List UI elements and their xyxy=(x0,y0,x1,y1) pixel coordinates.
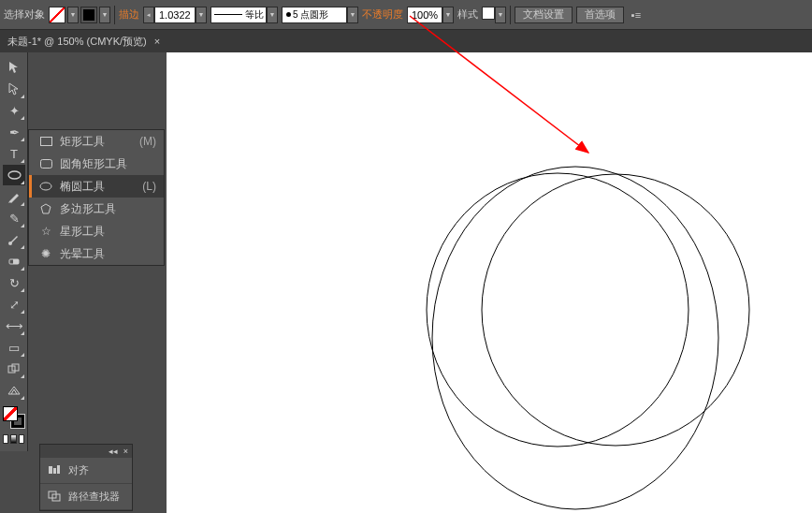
svg-marker-9 xyxy=(41,204,51,213)
flyout-label: 星形工具 xyxy=(60,224,105,240)
panel-close-icon[interactable]: × xyxy=(123,447,128,456)
paintbrush-tool[interactable] xyxy=(3,186,25,207)
tools-panel: ✦ ✒ T ✎ ↻ ⤢ ⟷ ▭ xyxy=(0,52,28,451)
opacity-field[interactable]: 100% ▼ xyxy=(407,7,454,23)
polygon-icon xyxy=(39,203,52,214)
fill-stroke-swatches[interactable]: ▼ ▼ xyxy=(49,7,110,23)
svg-point-8 xyxy=(40,183,51,190)
shape-builder-tool[interactable] xyxy=(3,359,25,379)
align-label: 对齐 xyxy=(68,463,89,477)
blob-brush-tool[interactable] xyxy=(3,229,25,250)
rotate-tool[interactable]: ↻ xyxy=(3,272,25,293)
svg-point-12 xyxy=(482,174,749,446)
color-mode-solid[interactable] xyxy=(3,434,8,444)
brush-preview: 5 点圆形 xyxy=(282,7,347,23)
document-setup-button[interactable]: 文档设置 xyxy=(515,7,573,23)
stepper-down[interactable]: ◂ xyxy=(143,7,154,23)
rectangle-tool-item[interactable]: 矩形工具 (M) xyxy=(29,130,164,153)
ellipse-icon xyxy=(39,182,52,191)
flare-icon: ✺ xyxy=(39,247,52,260)
select-target-label: 选择对象 xyxy=(4,7,45,22)
ellipse-tool-item[interactable]: 椭圆工具 (L) xyxy=(29,175,164,198)
pathfinder-label: 路径查找器 xyxy=(68,490,120,504)
fill-stroke-toggle[interactable] xyxy=(3,406,25,429)
preferences-button[interactable]: 首选项 xyxy=(576,7,624,23)
stroke-swatch[interactable] xyxy=(80,7,97,23)
eraser-tool[interactable] xyxy=(3,251,25,271)
selection-tool[interactable] xyxy=(3,57,25,78)
flyout-label: 多边形工具 xyxy=(60,201,116,217)
brush-select[interactable]: 5 点圆形 ▼ xyxy=(282,7,358,23)
opacity-dropdown[interactable]: ▼ xyxy=(442,7,454,23)
flyout-label: 光晕工具 xyxy=(60,246,105,262)
stroke-weight-input[interactable]: 1.0322 xyxy=(154,7,196,23)
brush-dot-icon xyxy=(286,12,291,17)
pathfinder-panel-tab[interactable]: 路径查找器 xyxy=(40,484,132,510)
polygon-tool-item[interactable]: 多边形工具 xyxy=(29,198,164,220)
svg-rect-17 xyxy=(57,465,60,474)
panel-collapse-icon[interactable]: ◂◂ xyxy=(109,447,118,456)
svg-point-1 xyxy=(8,242,12,245)
stroke-label[interactable]: 描边 xyxy=(119,7,139,22)
rounded-rectangle-tool-item[interactable]: 圆角矩形工具 xyxy=(29,153,164,175)
style-swatch[interactable] xyxy=(482,7,495,20)
pen-tool[interactable]: ✒ xyxy=(3,122,25,142)
magic-wand-tool[interactable]: ✦ xyxy=(3,100,25,121)
style-label: 样式 xyxy=(457,7,478,22)
stroke-preview: 等比 xyxy=(210,7,267,23)
stroke-dash-select[interactable]: 等比 ▼ xyxy=(210,7,278,23)
width-tool[interactable]: ⟷ xyxy=(3,315,25,336)
canvas-area xyxy=(165,52,812,513)
svg-point-10 xyxy=(432,167,718,509)
style-select[interactable]: ▼ xyxy=(482,7,506,23)
color-mode-gradient[interactable] xyxy=(10,434,16,444)
scale-tool[interactable]: ⤢ xyxy=(3,294,25,315)
fill-color[interactable] xyxy=(3,406,18,421)
opacity-input[interactable]: 100% xyxy=(407,7,442,23)
flare-tool-item[interactable]: ✺ 光晕工具 xyxy=(29,242,164,265)
svg-rect-3 xyxy=(13,259,19,264)
svg-rect-7 xyxy=(40,160,51,169)
top-control-bar: 选择对象 ▼ ▼ 描边 ◂ 1.0322 ▼ 等比 ▼ 5 点圆形 ▼ 不透明度… xyxy=(0,0,812,30)
menu-icon[interactable]: ▪≡ xyxy=(628,7,645,23)
style-dropdown[interactable]: ▼ xyxy=(495,7,506,23)
star-icon: ☆ xyxy=(39,225,52,238)
stroke-weight-stepper[interactable]: ◂ 1.0322 ▼ xyxy=(143,7,207,23)
svg-rect-15 xyxy=(49,466,52,474)
align-icon xyxy=(48,464,61,477)
stroke-dash-dropdown[interactable]: ▼ xyxy=(267,7,278,23)
flyout-label: 矩形工具 xyxy=(60,134,105,150)
fill-none-swatch[interactable] xyxy=(49,7,65,23)
align-panel-tab[interactable]: 对齐 xyxy=(40,458,132,484)
align-pathfinder-panel: ◂◂ × 对齐 路径查找器 xyxy=(39,444,133,511)
type-tool[interactable]: T xyxy=(3,143,25,164)
direct-selection-tool[interactable] xyxy=(3,79,25,99)
artwork-svg xyxy=(167,52,812,513)
color-mode-none[interactable] xyxy=(19,434,24,444)
close-tab-icon[interactable]: × xyxy=(154,36,160,47)
rounded-rect-icon xyxy=(39,159,52,169)
stroke-weight-dropdown[interactable]: ▼ xyxy=(196,7,207,23)
perspective-grid-tool[interactable] xyxy=(3,380,25,401)
svg-rect-16 xyxy=(53,468,56,474)
document-tab[interactable]: 未题-1* @ 150% (CMYK/预览) × xyxy=(0,30,812,52)
free-transform-tool[interactable]: ▭ xyxy=(3,337,25,358)
rectangle-icon xyxy=(39,137,52,146)
divider xyxy=(510,6,511,24)
shortcut: (L) xyxy=(142,180,156,193)
brush-label: 5 点圆形 xyxy=(293,8,328,22)
opacity-label[interactable]: 不透明度 xyxy=(362,7,403,22)
panel-header[interactable]: ◂◂ × xyxy=(40,445,132,458)
star-tool-item[interactable]: ☆ 星形工具 xyxy=(29,220,164,242)
shortcut: (M) xyxy=(139,135,156,148)
ellipse-tool[interactable] xyxy=(3,165,25,185)
fill-dropdown[interactable]: ▼ xyxy=(67,7,79,23)
flyout-label: 圆角矩形工具 xyxy=(60,156,127,172)
brush-dropdown[interactable]: ▼ xyxy=(347,7,358,23)
artboard[interactable] xyxy=(167,52,812,513)
pencil-tool[interactable]: ✎ xyxy=(3,208,25,228)
shape-tool-flyout: 矩形工具 (M) 圆角矩形工具 椭圆工具 (L) 多边形工具 ☆ 星形工具 ✺ … xyxy=(28,129,165,266)
stroke-dropdown[interactable]: ▼ xyxy=(99,7,110,23)
pathfinder-icon xyxy=(48,491,61,504)
flyout-label: 椭圆工具 xyxy=(60,179,105,195)
